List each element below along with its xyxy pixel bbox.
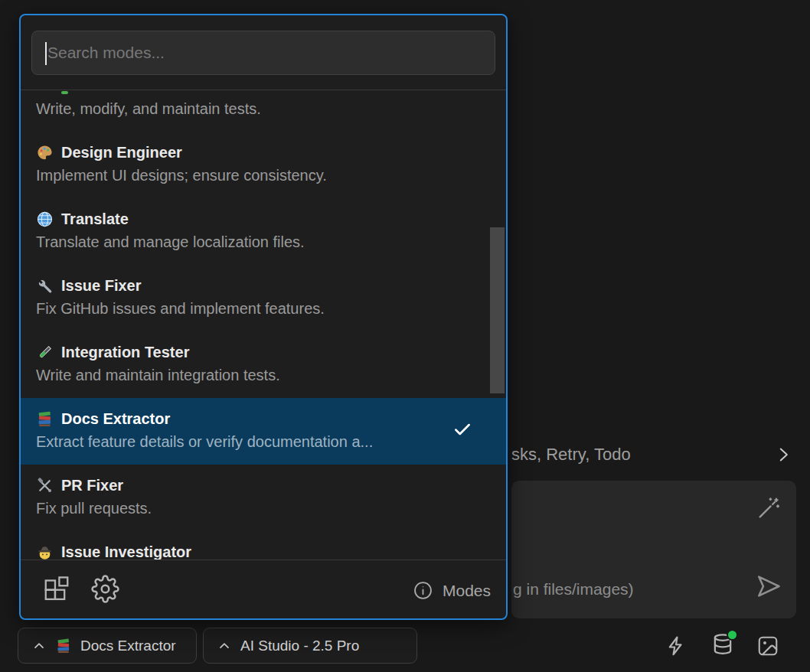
mode-name: Docs Extractor <box>61 410 170 428</box>
mode-name: PR Fixer <box>61 477 123 494</box>
chat-header-text: sks, Retry, Todo <box>511 445 631 465</box>
mode-description: Extract feature details or verify docume… <box>36 430 491 455</box>
mode-name: Design Engineer <box>61 144 182 161</box>
mode-description: Write, modify, and maintain tests. <box>36 97 491 122</box>
model-selector-label: AI Studio - 2.5 Pro <box>240 638 359 654</box>
mode-option-integration-tester[interactable]: Integration TesterWrite and maintain int… <box>21 331 506 398</box>
lightning-icon[interactable] <box>665 634 688 657</box>
mode-title: Integration Tester <box>36 341 491 364</box>
test-tube-icon <box>36 344 54 361</box>
mode-picker-popup: Write, modify, and maintain tests.Design… <box>19 14 508 620</box>
mode-option-issue-investigator[interactable]: Issue Investigator <box>21 531 506 559</box>
palette-icon <box>36 144 54 161</box>
mode-name: Issue Fixer <box>61 277 142 295</box>
mode-name: Issue Investigator <box>61 543 191 559</box>
text-caret <box>45 42 47 65</box>
books-icon <box>55 638 72 654</box>
mode-title: PR Fixer <box>36 475 491 497</box>
modes-info: Modes <box>413 580 491 601</box>
mode-option-issue-fixer[interactable]: Issue FixerFix GitHub issues and impleme… <box>21 265 506 331</box>
mode-name: Translate <box>61 210 129 228</box>
magic-wand-icon[interactable] <box>756 496 781 520</box>
search-input[interactable] <box>32 31 495 74</box>
mode-option-docs-extractor[interactable]: Docs ExtractorExtract feature details or… <box>21 398 506 465</box>
send-icon[interactable] <box>755 573 782 600</box>
chat-input-placeholder: g in files/images) <box>513 580 634 599</box>
hammer-wrench-icon <box>36 477 54 494</box>
mode-description: Translate and manage localization files. <box>36 230 491 255</box>
mode-description: Fix pull requests. <box>36 497 491 521</box>
mode-description: Fix GitHub issues and implement features… <box>36 297 491 321</box>
mode-description: Write and maintain integration tests. <box>36 364 491 388</box>
mode-title: Docs Extractor <box>36 408 491 430</box>
mode-selector-label: Docs Extractor <box>80 638 176 654</box>
mode-name: Integration Tester <box>61 344 189 361</box>
search-box[interactable] <box>31 31 495 75</box>
mode-title: Issue Investigator <box>36 541 491 559</box>
chevron-right-icon[interactable] <box>773 445 793 465</box>
check-icon <box>452 419 472 439</box>
modes-list-viewport: Write, modify, and maintain tests.Design… <box>21 90 506 559</box>
mode-title: Design Engineer <box>36 142 491 164</box>
mode-title <box>36 90 491 97</box>
image-icon[interactable] <box>756 634 779 657</box>
mode-picker-footer: Modes <box>21 559 506 618</box>
mode-option-translate[interactable]: TranslateTranslate and manage localizati… <box>21 198 506 265</box>
mode-title: Issue Fixer <box>36 275 491 297</box>
chevron-up-icon <box>217 638 232 654</box>
model-selector-button[interactable]: AI Studio - 2.5 Pro <box>203 628 417 664</box>
wrench-icon <box>36 277 54 295</box>
clipped-emoji-sliver <box>61 91 68 94</box>
chevron-up-icon <box>31 638 47 654</box>
books-icon <box>36 410 54 428</box>
info-icon[interactable] <box>413 580 433 601</box>
mode-description: Implement UI designs; ensure consistency… <box>36 164 491 188</box>
gear-icon[interactable] <box>91 575 119 603</box>
mode-title: Translate <box>36 208 491 230</box>
mode-selector-button[interactable]: Docs Extractor <box>18 628 197 664</box>
mode-option[interactable]: Write, modify, and maintain tests. <box>21 90 506 132</box>
modes-label: Modes <box>443 582 491 600</box>
marketplace-icon[interactable] <box>42 575 71 604</box>
scrollbar-thumb[interactable] <box>490 227 505 393</box>
globe-icon <box>36 210 54 228</box>
chat-input-panel[interactable]: g in files/images) <box>511 481 796 618</box>
mode-option-pr-fixer[interactable]: PR FixerFix pull requests. <box>21 465 506 531</box>
database-status-dot <box>727 629 738 641</box>
mode-option-design-engineer[interactable]: Design EngineerImplement UI designs; ens… <box>21 132 506 198</box>
chat-header-row[interactable]: sks, Retry, Todo <box>511 442 793 467</box>
detective-icon <box>36 543 54 559</box>
modes-list: Write, modify, and maintain tests.Design… <box>21 90 506 559</box>
